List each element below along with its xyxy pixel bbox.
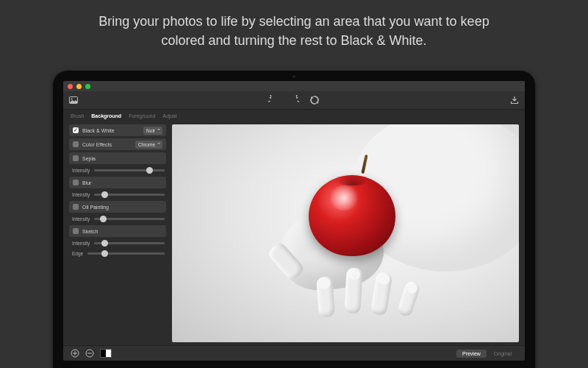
svg-point-1: [71, 99, 73, 100]
sepia-intensity-slider[interactable]: [94, 169, 165, 171]
redo-icon[interactable]: [289, 95, 299, 105]
effect-color-effects[interactable]: Color Effects Chrome: [69, 138, 166, 150]
tab-adjust[interactable]: Adjust: [162, 113, 176, 118]
app-window: Brush Background Foreground Adjust ✓ Bla…: [63, 81, 525, 361]
effect-sepia[interactable]: Sepia: [69, 152, 166, 164]
checkbox-icon[interactable]: ✓: [73, 127, 79, 133]
slider-label: Intensity: [72, 168, 90, 173]
window-minimize-button[interactable]: [76, 84, 82, 89]
sketch-edge-slider[interactable]: [87, 252, 165, 255]
slider-label: Intensity: [72, 216, 90, 222]
effect-label: Black & White: [82, 128, 140, 133]
sketch-intensity-slider[interactable]: [94, 242, 165, 244]
footer-bar: Preview Original: [63, 345, 525, 361]
export-icon[interactable]: [510, 96, 519, 105]
undo-icon[interactable]: [268, 95, 279, 105]
effect-label: Blur: [82, 180, 162, 185]
bw-preset-select[interactable]: Noir: [143, 127, 162, 135]
sepia-intensity-row: Intensity: [69, 166, 166, 174]
laptop-mockup: Brush Background Foreground Adjust ✓ Bla…: [53, 71, 535, 368]
effects-sidebar: ✓ Black & White Noir Color Effects Chrom…: [63, 121, 172, 345]
zoom-in-icon[interactable]: [71, 349, 79, 358]
effect-label: Oil Painting: [82, 205, 162, 210]
camera-dot: [293, 75, 295, 78]
oil-intensity-slider[interactable]: [94, 218, 165, 220]
slider-label: Edge: [72, 251, 83, 256]
promo-text: Bring your photos to life by selecting a…: [0, 0, 588, 50]
sidebar-tabs: Brush Background Foreground Adjust: [63, 110, 525, 121]
illustration-finger: [370, 272, 392, 316]
color-preset-select[interactable]: Chrome: [135, 141, 162, 149]
blur-intensity-row: Intensity: [69, 191, 166, 199]
tab-background[interactable]: Background: [91, 113, 121, 118]
original-segment[interactable]: Original: [488, 350, 517, 358]
checkbox-icon[interactable]: [73, 180, 79, 185]
preview-toggle[interactable]: Preview Original: [456, 350, 517, 358]
effect-label: Sketch: [82, 229, 162, 234]
toolbar: [63, 91, 525, 110]
zoom-out-icon[interactable]: [85, 349, 94, 358]
oil-intensity-row: Intensity: [69, 215, 166, 223]
blur-intensity-slider[interactable]: [94, 194, 165, 196]
slider-label: Intensity: [72, 192, 90, 197]
promo-line-1: Bring your photos to life by selecting a…: [98, 14, 489, 29]
tab-brush[interactable]: Brush: [71, 113, 84, 118]
checkbox-icon[interactable]: [73, 204, 79, 210]
illustration-finger: [396, 280, 421, 318]
effect-sketch[interactable]: Sketch: [69, 225, 166, 237]
slider-label: Intensity: [72, 241, 90, 246]
effect-black-white[interactable]: ✓ Black & White Noir: [69, 124, 166, 136]
reset-icon[interactable]: [309, 95, 320, 105]
sketch-edge-row: Edge: [69, 250, 166, 258]
illustration-finger: [316, 276, 335, 317]
promo-line-2: colored and turning the rest to Black & …: [161, 33, 426, 48]
tab-foreground[interactable]: Foreground: [129, 113, 155, 118]
checkbox-icon[interactable]: [73, 141, 79, 147]
image-icon[interactable]: [69, 96, 78, 104]
illustration-apple: [309, 175, 395, 256]
preview-segment[interactable]: Preview: [456, 350, 487, 358]
sketch-intensity-row: Intensity: [69, 239, 166, 247]
window-close-button[interactable]: [68, 84, 73, 89]
swatch-icon[interactable]: [100, 349, 112, 358]
titlebar: [63, 81, 525, 91]
effect-oil-painting[interactable]: Oil Painting: [69, 201, 166, 213]
canvas-area: [172, 121, 525, 345]
illustration-finger: [344, 268, 362, 314]
effect-label: Sepia: [82, 156, 162, 161]
checkbox-icon[interactable]: [73, 228, 79, 234]
effect-label: Color Effects: [82, 142, 132, 147]
effect-blur[interactable]: Blur: [69, 177, 166, 188]
checkbox-icon[interactable]: [73, 155, 79, 161]
image-canvas[interactable]: [172, 124, 519, 342]
window-zoom-button[interactable]: [85, 84, 90, 89]
